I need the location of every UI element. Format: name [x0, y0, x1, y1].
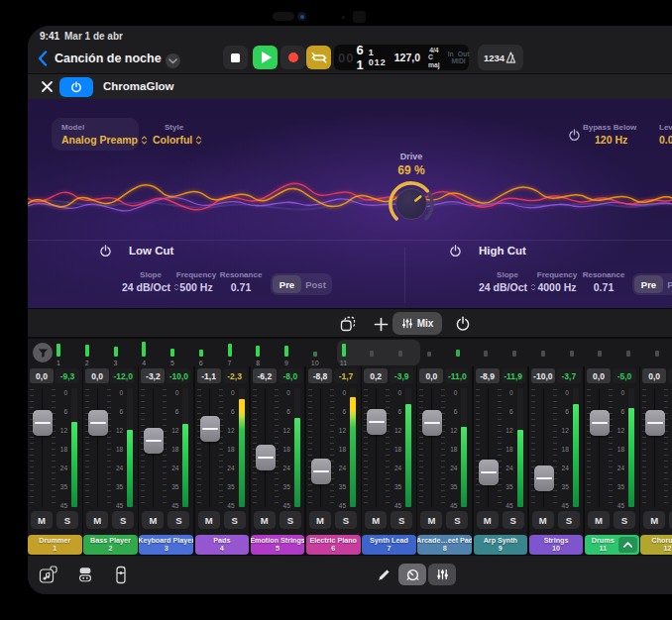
track-name-tag[interactable]: Keyboard Player3	[139, 535, 193, 555]
add-track-button[interactable]	[369, 314, 392, 334]
fader-handle[interactable]	[590, 410, 610, 436]
mute-button[interactable]: M	[532, 511, 554, 529]
fader-handle[interactable]	[367, 409, 387, 435]
fader-handle[interactable]	[534, 465, 554, 491]
song-title[interactable]: Canción de noche	[55, 52, 162, 65]
chevron-up-icon[interactable]	[618, 537, 637, 553]
high-cut-pre-button[interactable]: Pre	[634, 275, 663, 293]
play-button[interactable]	[253, 46, 278, 69]
peak-readout[interactable]: -10,0	[167, 368, 190, 383]
solo-button[interactable]: S	[503, 511, 524, 529]
overview-track-2[interactable]: 2	[79, 341, 95, 365]
volume-readout[interactable]: 0,0	[419, 368, 443, 383]
overview-track-8[interactable]: 8	[250, 341, 266, 365]
overview-track[interactable]	[392, 341, 408, 365]
overview-track[interactable]	[421, 341, 437, 365]
peak-readout[interactable]: -11,9	[502, 368, 525, 383]
mute-button[interactable]: M	[142, 511, 164, 529]
overview-track[interactable]	[564, 341, 580, 365]
mix-view-button[interactable]: Mix	[392, 312, 442, 335]
mute-button[interactable]: M	[31, 511, 53, 529]
peak-readout[interactable]	[668, 368, 672, 383]
solo-button[interactable]: S	[168, 511, 189, 529]
mute-button[interactable]: M	[365, 511, 387, 529]
track-name-tag[interactable]: Pads4	[195, 535, 250, 555]
fader-handle[interactable]	[645, 410, 665, 436]
volume-readout[interactable]: -8,8	[308, 368, 332, 383]
overview-track-10[interactable]: 10	[307, 341, 323, 365]
song-menu-button[interactable]	[166, 53, 180, 68]
close-icon[interactable]	[41, 80, 54, 93]
mute-button[interactable]: M	[254, 511, 276, 529]
volume-readout[interactable]: 0,0	[85, 368, 109, 383]
high-cut-power-icon[interactable]	[449, 245, 462, 258]
volume-readout[interactable]: 0,0	[587, 368, 611, 383]
fader-handle[interactable]	[311, 459, 331, 484]
fader-handle[interactable]	[88, 410, 108, 436]
volume-readout[interactable]: 0,0	[642, 368, 666, 383]
peak-readout[interactable]: -3,9	[390, 368, 413, 383]
bypass-below-value[interactable]: 120 Hz	[595, 134, 627, 146]
channel-strip-inspector-button[interactable]	[110, 565, 132, 584]
level-value[interactable]: 0.0	[659, 134, 672, 146]
overview-track-11[interactable]: 11	[336, 341, 352, 365]
volume-readout[interactable]: -8,9	[476, 368, 500, 383]
mute-button[interactable]: M	[588, 511, 610, 529]
peak-readout[interactable]: -11,0	[445, 368, 469, 383]
track-name-tag[interactable]: Emotion Strings5	[251, 535, 305, 555]
track-name-tag[interactable]: Arcade…eet Pad8	[417, 535, 472, 555]
fader-handle[interactable]	[256, 445, 276, 470]
record-button[interactable]	[280, 46, 305, 69]
fader-handle[interactable]	[479, 460, 499, 485]
track-name-tag[interactable]: Electric Piano6	[306, 535, 361, 555]
solo-button[interactable]: S	[446, 511, 468, 529]
peak-readout[interactable]: -12,0	[111, 368, 135, 383]
high-cut-slope-value[interactable]: 24 dB/Oct	[479, 281, 536, 293]
track-name-tag[interactable]: Drums11	[585, 535, 639, 555]
high-cut-resonance-value[interactable]: 0.71	[594, 281, 614, 293]
bypass-power-icon[interactable]	[568, 129, 581, 142]
overview-track[interactable]	[506, 341, 522, 365]
low-cut-pre-button[interactable]: Pre	[273, 275, 301, 293]
peak-readout[interactable]: -2,3	[223, 368, 247, 383]
mute-button[interactable]: M	[198, 511, 220, 529]
overview-track-1[interactable]: 1	[51, 341, 66, 365]
fader-handle[interactable]	[33, 410, 53, 436]
fader-handle[interactable]	[200, 416, 220, 442]
metronome-icon[interactable]	[504, 51, 517, 64]
volume-readout[interactable]: -6,2	[253, 368, 277, 383]
track-name-tag[interactable]: Arp Synth9	[474, 535, 528, 555]
lcd-display[interactable]: 00 6 1 1 012 127,0 4/4 C maj InOut MIDI	[334, 45, 469, 70]
peak-readout[interactable]: -9,3	[56, 368, 79, 383]
overview-track-4[interactable]: 4	[136, 341, 152, 365]
controls-view-button[interactable]	[398, 564, 426, 585]
overview-track-9[interactable]: 9	[279, 341, 294, 365]
stop-button[interactable]	[223, 46, 248, 69]
peak-readout[interactable]: -1,7	[334, 368, 358, 383]
model-value[interactable]: Analog Preamp	[61, 134, 148, 146]
count-in-button[interactable]: 1234	[484, 52, 504, 63]
solo-button[interactable]: S	[224, 511, 246, 529]
volume-readout[interactable]: 0,2	[364, 368, 388, 383]
overview-track[interactable]	[592, 341, 608, 365]
drive-knob[interactable]	[388, 180, 435, 228]
plugin-power-button[interactable]	[59, 77, 93, 97]
solo-button[interactable]: S	[614, 511, 635, 529]
filter-button[interactable]	[33, 343, 53, 362]
volume-readout[interactable]: -1,1	[197, 368, 221, 383]
library-button[interactable]	[74, 565, 96, 584]
solo-button[interactable]: S	[335, 511, 357, 529]
edit-pencil-button[interactable]	[373, 565, 394, 584]
overview-track[interactable]	[450, 341, 466, 365]
overview-track[interactable]	[620, 341, 636, 365]
overview-track[interactable]	[478, 341, 494, 365]
duplicate-button[interactable]	[336, 314, 360, 334]
volume-readout[interactable]: -10,0	[531, 368, 555, 383]
faders-view-button[interactable]	[428, 564, 456, 585]
low-cut-frequency-value[interactable]: 500 Hz	[179, 281, 212, 293]
high-cut-post-button[interactable]: Post	[663, 275, 672, 293]
track-name-tag[interactable]: Bass Player2	[83, 535, 138, 555]
peak-readout[interactable]: -8,0	[279, 368, 302, 383]
peak-readout[interactable]: -3,7	[557, 368, 581, 383]
overview-track-3[interactable]: 3	[108, 341, 124, 365]
